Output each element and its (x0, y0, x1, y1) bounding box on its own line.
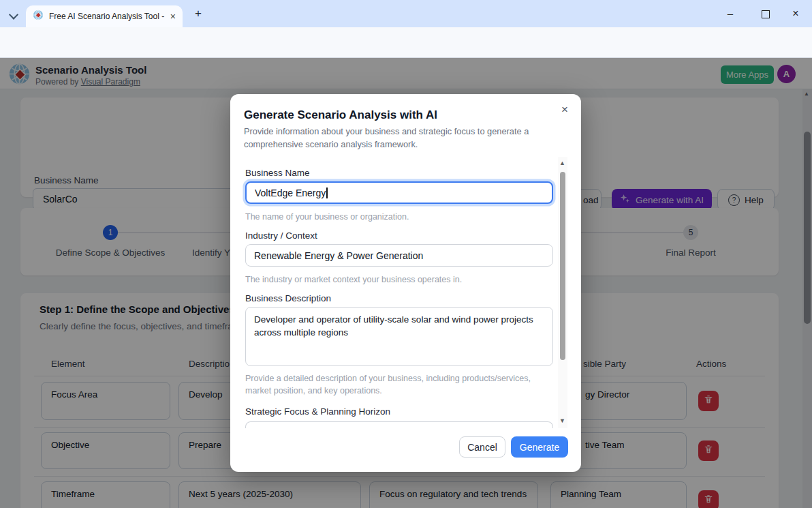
modal-industry-input[interactable]: Renewable Energy & Power Generation (245, 244, 553, 267)
modal-industry-label: Industry / Context (245, 230, 317, 241)
modal-title: Generate Scenario Analysis with AI (244, 108, 437, 122)
modal-description-textarea[interactable]: Developer and operator of utility-scale … (245, 307, 553, 366)
modal-scroll-down-icon[interactable]: ▼ (559, 417, 565, 424)
modal-close-icon[interactable]: × (561, 103, 568, 117)
browser-window: Free AI Scenario Analysis Tool - × + – ×… (0, 0, 812, 508)
tab-search-chevron-icon[interactable] (10, 10, 17, 22)
close-window-icon[interactable]: × (787, 8, 804, 19)
minimize-icon[interactable]: – (722, 8, 738, 19)
tab-close-icon[interactable]: × (170, 12, 176, 21)
modal-subtitle: Provide information about your business … (244, 125, 547, 151)
maximize-icon[interactable] (762, 10, 770, 18)
browser-tab[interactable]: Free AI Scenario Analysis Tool - × (26, 5, 183, 27)
modal-strategic-input[interactable] (245, 421, 553, 428)
cancel-button[interactable]: Cancel (459, 436, 505, 458)
modal-business-name-help: The name of your business or organizatio… (245, 211, 409, 223)
modal-scrollbar[interactable]: ▲ ▼ (558, 157, 567, 428)
modal-description-help: Provide a detailed description of your b… (245, 372, 555, 397)
modal-strategic-label: Strategic Focus & Planning Horizon (245, 406, 390, 417)
browser-tab-bar: Free AI Scenario Analysis Tool - × + – × (0, 0, 812, 27)
modal-scroll-up-icon[interactable]: ▲ (559, 160, 565, 166)
browser-toolbar: ai-toolbox.visual-paradigm.com/app/scena… (0, 27, 812, 58)
generate-button[interactable]: Generate (511, 436, 568, 458)
modal-industry-help: The industry or market context your busi… (245, 273, 462, 286)
modal-business-name-label: Business Name (245, 168, 310, 178)
modal-description-label: Business Description (245, 293, 331, 303)
modal-scrollbar-thumb[interactable] (560, 172, 565, 360)
modal-business-name-input[interactable]: VoltEdge Energy (245, 181, 553, 204)
tab-title: Free AI Scenario Analysis Tool - (49, 12, 170, 21)
new-tab-icon[interactable]: + (195, 8, 202, 19)
generate-ai-modal: × Generate Scenario Analysis with AI Pro… (230, 94, 581, 472)
favicon-icon (33, 10, 44, 23)
text-caret (326, 188, 328, 198)
